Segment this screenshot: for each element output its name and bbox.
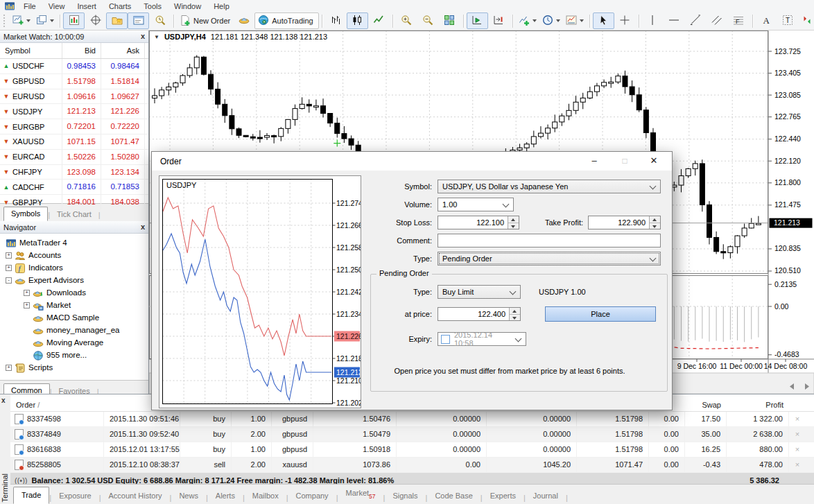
tree-item-moving-average[interactable]: Moving Average: [0, 336, 148, 349]
cursor-tool-button[interactable]: [593, 12, 614, 29]
arrows-tool-button[interactable]: [799, 12, 814, 29]
symbol-select[interactable]: USDJPY, US Dollar vs Japanese Yen: [438, 180, 661, 193]
tree-item-market[interactable]: +Market: [0, 299, 148, 311]
terminal-col-profit[interactable]: Profit: [727, 399, 789, 411]
tree-item-955-more-[interactable]: 955 more...: [0, 349, 148, 361]
tab-journal[interactable]: Journal: [526, 488, 566, 504]
tree-item-scripts[interactable]: +Scripts: [0, 361, 148, 374]
expand-icon[interactable]: +: [24, 290, 30, 296]
tab-market[interactable]: Market57: [338, 485, 383, 504]
navigator-toggle-button[interactable]: [106, 12, 128, 29]
market-watch-col-bid[interactable]: Bid: [62, 43, 101, 58]
market-watch-row-eurcad[interactable]: ▼EURCAD1.502261.50280: [0, 150, 148, 165]
label-tool-button[interactable]: T: [777, 12, 799, 29]
line-chart-mode-button[interactable]: [368, 12, 390, 29]
comment-input[interactable]: [438, 234, 661, 247]
periods-button[interactable]: [539, 12, 563, 29]
trade-row-83616838[interactable]: 836168382015.12.01 13:17:55buy1.00gbpusd…: [10, 442, 814, 458]
tile-windows-button[interactable]: [439, 12, 460, 29]
place-button[interactable]: Place: [545, 306, 656, 322]
indicators-list-button[interactable]: [516, 12, 539, 29]
expiry-checkbox[interactable]: [441, 335, 450, 344]
terminal-col-swap[interactable]: Swap: [685, 399, 727, 411]
fibonacci-tool-button[interactable]: F: [728, 12, 750, 29]
tab-symbols[interactable]: Symbols: [3, 207, 48, 221]
tab-experts[interactable]: Experts: [483, 488, 523, 504]
trade-row-83374598[interactable]: 833745982015.11.30 09:51:46buy1.00gbpusd…: [10, 412, 814, 427]
tab-company[interactable]: Company: [288, 488, 336, 504]
market-watch-row-eurgbp[interactable]: ▼EURGBP0.722010.72220: [0, 119, 148, 134]
order-type-select[interactable]: Pending Order: [438, 252, 661, 266]
tab-trade[interactable]: Trade: [13, 487, 49, 504]
order-dialog-titlebar[interactable]: Order – □ ✕: [152, 152, 672, 171]
menu-tools[interactable]: Tools: [137, 1, 168, 11]
close-icon[interactable]: ✕: [643, 155, 665, 167]
candle-chart-mode-button[interactable]: [347, 12, 368, 29]
templates-button[interactable]: [563, 12, 587, 29]
terminal-close-icon[interactable]: x: [1, 397, 6, 404]
maximize-icon[interactable]: □: [614, 155, 636, 167]
tree-item-downloads[interactable]: +Downloads: [0, 286, 148, 299]
zoom-out-button[interactable]: [417, 12, 439, 29]
tree-item-accounts[interactable]: +Accounts: [0, 249, 148, 261]
menu-charts[interactable]: Charts: [103, 1, 137, 11]
volume-select[interactable]: 1.00: [438, 198, 514, 211]
chart-collapse-icon[interactable]: ▼: [154, 33, 159, 41]
tab-tick-chart[interactable]: Tick Chart: [50, 208, 98, 221]
new-chart-button[interactable]: [10, 12, 33, 29]
pending-type-select[interactable]: Buy Limit: [438, 285, 521, 299]
tab-alerts[interactable]: Alerts: [208, 488, 243, 504]
tree-item-metatrader-4[interactable]: MetaTrader 4: [0, 236, 148, 249]
tree-item-expert-advisors[interactable]: -Expert Advisors: [0, 274, 148, 286]
market-watch-toggle-button[interactable]: [63, 12, 85, 29]
menu-help[interactable]: Help: [207, 1, 236, 11]
expand-icon[interactable]: +: [6, 265, 12, 271]
tab-exposure[interactable]: Exposure: [51, 488, 98, 504]
menu-insert[interactable]: Insert: [71, 1, 103, 11]
crosshair-tool-button[interactable]: [614, 12, 636, 29]
trendline-tool-button[interactable]: [685, 12, 707, 29]
strategy-tester-button[interactable]: [149, 12, 171, 29]
close-position-icon[interactable]: ×: [789, 458, 806, 472]
close-position-icon[interactable]: ×: [789, 442, 806, 457]
tab-mailbox[interactable]: Mailbox: [245, 488, 286, 504]
tree-item-macd-sample[interactable]: MACD Sample: [0, 311, 148, 324]
vertical-line-tool-button[interactable]: [642, 12, 664, 29]
take-profit-input[interactable]: 122.900: [588, 216, 661, 229]
tab-signals[interactable]: Signals: [385, 488, 425, 504]
market-watch-row-chfjpy[interactable]: ▼CHFJPY123.098123.134: [0, 165, 148, 180]
collapse-icon[interactable]: -: [6, 277, 12, 284]
expand-icon[interactable]: +: [24, 302, 30, 309]
expiry-select[interactable]: 2015.12.14 10:58: [438, 332, 526, 346]
market-watch-row-gbpusd[interactable]: ▼GBPUSD1.517981.51814: [0, 74, 148, 89]
profiles-button[interactable]: [33, 12, 57, 29]
trade-row-85258805[interactable]: 852588052015.12.10 08:38:37sell2.00xauus…: [10, 458, 814, 473]
terminal-toggle-button[interactable]: [128, 12, 149, 29]
new-order-button[interactable]: New Order: [177, 12, 233, 29]
expert-advisors-button[interactable]: [233, 12, 254, 29]
trade-row-83374849[interactable]: 833748492015.11.30 09:52:40buy2.00gbpusd…: [10, 427, 814, 442]
market-watch-row-usdjpy[interactable]: ▼USDJPY121.213121.226: [0, 104, 148, 119]
auto-scroll-button[interactable]: [467, 12, 488, 29]
minimize-icon[interactable]: –: [583, 155, 605, 167]
expand-icon[interactable]: +: [6, 365, 12, 371]
expand-icon[interactable]: +: [6, 252, 12, 259]
channel-tool-button[interactable]: [707, 12, 728, 29]
tree-item-indicators[interactable]: +fIndicators: [0, 261, 148, 274]
tree-item-money-manager-ea[interactable]: money_manager_ea: [0, 324, 148, 336]
chart-shift-button[interactable]: [488, 12, 510, 29]
take-profit-spinner[interactable]: [649, 216, 660, 229]
at-price-spinner[interactable]: [509, 308, 520, 320]
tab-news[interactable]: News: [171, 488, 206, 504]
text-tool-button[interactable]: A: [756, 12, 777, 29]
market-watch-col-symbol[interactable]: Symbol: [0, 43, 62, 58]
tab-account-history[interactable]: Account History: [101, 488, 170, 504]
market-watch-col-ask[interactable]: Ask: [101, 43, 145, 58]
tab-code-base[interactable]: Code Base: [427, 488, 480, 504]
zoom-in-button[interactable]: [396, 12, 417, 29]
menu-window[interactable]: Window: [168, 1, 207, 11]
at-price-input[interactable]: 122.400: [438, 307, 521, 321]
close-position-icon[interactable]: ×: [789, 427, 806, 442]
autotrading-button[interactable]: AutoTrading: [254, 12, 319, 29]
market-watch-row-usdchf[interactable]: ▲USDCHF0.984530.98464: [0, 59, 148, 74]
